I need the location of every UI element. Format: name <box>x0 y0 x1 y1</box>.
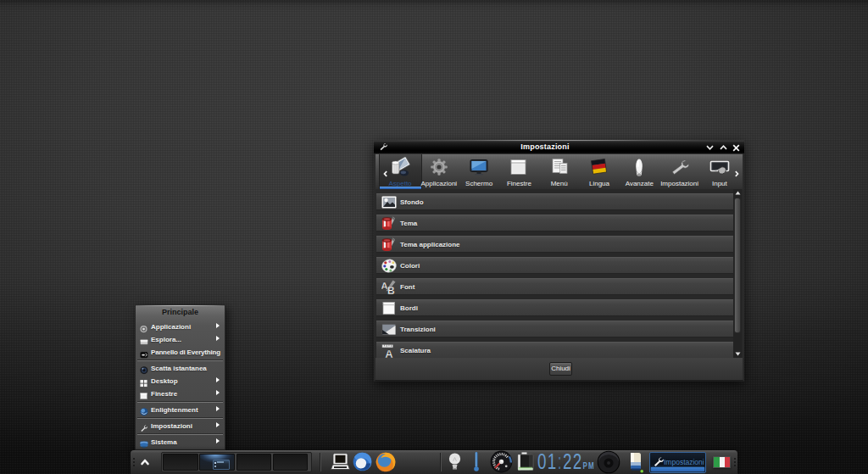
svg-text:A: A <box>385 348 393 359</box>
svg-text:B: B <box>387 285 395 295</box>
